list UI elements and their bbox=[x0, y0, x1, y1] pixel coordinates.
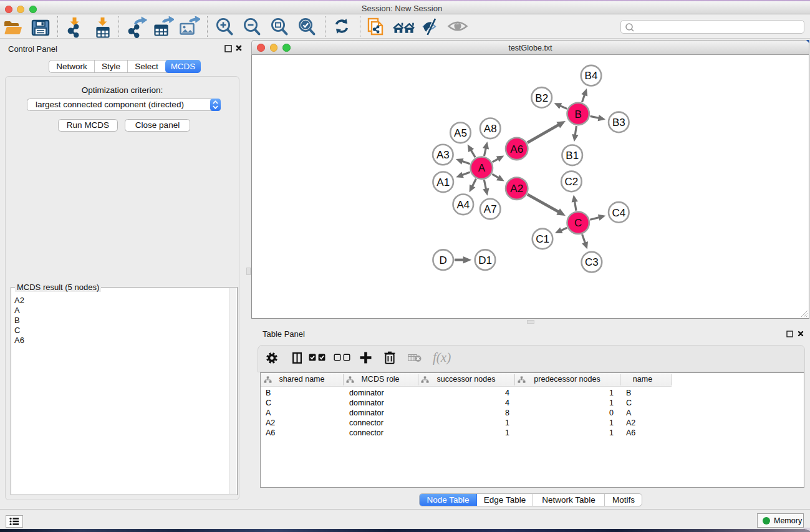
svg-text:A4: A4 bbox=[456, 199, 470, 211]
svg-text:C1: C1 bbox=[536, 233, 549, 245]
svg-text:A2: A2 bbox=[510, 183, 523, 195]
svg-text:A1: A1 bbox=[436, 177, 450, 188]
svg-text:D1: D1 bbox=[478, 254, 492, 266]
svg-text:A3: A3 bbox=[436, 149, 450, 161]
svg-text:B3: B3 bbox=[612, 117, 625, 128]
svg-text:A7: A7 bbox=[484, 203, 497, 215]
svg-text:A6: A6 bbox=[510, 143, 523, 155]
svg-text:B4: B4 bbox=[585, 70, 598, 82]
svg-text:B2: B2 bbox=[535, 92, 548, 104]
svg-text:C3: C3 bbox=[585, 256, 599, 268]
svg-text:C4: C4 bbox=[612, 207, 625, 219]
svg-text:A: A bbox=[478, 162, 486, 174]
svg-text:C: C bbox=[574, 217, 582, 229]
svg-text:A8: A8 bbox=[484, 123, 497, 135]
svg-text:D: D bbox=[440, 254, 447, 266]
svg-text:B: B bbox=[575, 109, 582, 120]
svg-text:C2: C2 bbox=[565, 176, 579, 188]
svg-text:A5: A5 bbox=[454, 127, 467, 139]
svg-text:B1: B1 bbox=[566, 150, 579, 162]
